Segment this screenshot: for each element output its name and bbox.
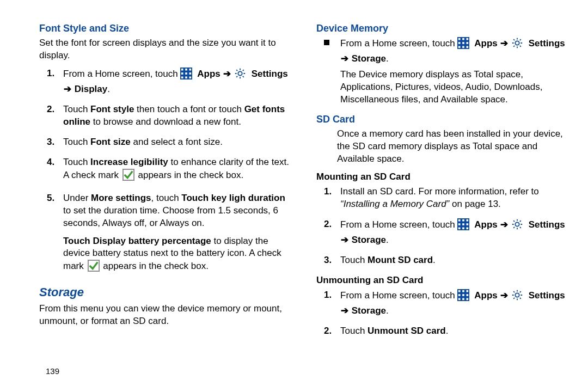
apps-icon — [180, 68, 192, 83]
mount-step-3: 3. Touch Mount SD card. — [340, 254, 572, 267]
settings-label: Settings — [529, 38, 565, 48]
step-1: 1. From a Home screen, touch Apps ➔ Sett… — [63, 68, 295, 96]
heading-device-memory: Device Memory — [316, 22, 572, 35]
gear-icon — [511, 37, 523, 53]
arrow-icon: ➔ — [340, 53, 349, 65]
text: From a Home screen, touch — [340, 38, 457, 48]
text: From a Home screen, touch — [63, 69, 180, 79]
mount-sd-label: Mount SD card — [367, 255, 433, 265]
heading-storage: Storage — [39, 284, 295, 301]
heading-unmounting: Unmounting an SD Card — [316, 274, 572, 287]
page-number: 139 — [46, 366, 59, 377]
step-3: 3. Touch Font size and select a font siz… — [63, 136, 295, 149]
text: on page 13. — [449, 199, 501, 209]
more-settings-label: More settings — [91, 193, 151, 203]
text: to set the duration time. Choose from 1.… — [63, 205, 278, 228]
device-memory-item: From a Home screen, touch Apps ➔ Setting… — [340, 37, 572, 106]
apps-icon — [457, 37, 469, 53]
left-column: Font Style and Size Set the font for scr… — [39, 20, 295, 345]
storage-intro: From this menu you can view the device m… — [39, 303, 295, 328]
text: Touch — [340, 326, 367, 336]
gear-icon — [511, 289, 523, 305]
arrow-icon: ➔ — [500, 290, 509, 302]
text: appears in the check box. — [103, 261, 209, 271]
arrow-icon: ➔ — [340, 305, 349, 317]
increase-legibility-label: Increase legibility — [90, 157, 168, 167]
step-2: 2. Touch Font style then touch a font or… — [63, 103, 295, 128]
text: Install an SD card. For more information… — [340, 186, 539, 197]
device-memory-list: From a Home screen, touch Apps ➔ Setting… — [316, 37, 572, 106]
arrow-icon: ➔ — [63, 83, 72, 96]
text: to browse and download a new font. — [90, 117, 241, 127]
sd-intro: Once a memory card has been installed in… — [316, 128, 572, 166]
font-intro: Set the font for screen displays and the… — [39, 37, 295, 62]
unmount-sd-label: Unmount SD card — [367, 326, 446, 336]
step-5: 5. Under More settings, touch Touch key … — [63, 192, 295, 276]
storage-label: Storage — [352, 53, 386, 64]
arrow-icon: ➔ — [340, 234, 349, 247]
settings-label: Settings — [529, 290, 565, 301]
unmount-step-1: 1. From a Home screen, touch Apps ➔ Sett… — [340, 289, 572, 317]
text: then touch a font or touch — [134, 104, 244, 114]
mount-step-1: 1. Install an SD card. For more informat… — [340, 186, 572, 211]
text: Touch — [63, 157, 90, 167]
right-column: Device Memory From a Home screen, touch … — [316, 20, 572, 345]
font-style-label: Font style — [90, 104, 134, 114]
apps-label: Apps — [474, 38, 498, 48]
mount-steps: 1. Install an SD card. For more informat… — [316, 186, 572, 267]
manual-page: Font Style and Size Set the font for scr… — [0, 0, 588, 345]
touch-key-label: Touch key ligh duration — [181, 193, 285, 203]
heading-mounting: Mounting an SD Card — [316, 171, 572, 183]
gear-icon — [511, 218, 523, 234]
battery-percentage-label: Touch Display battery percentage — [63, 236, 211, 246]
settings-label: Settings — [252, 69, 288, 79]
text: , touch — [151, 193, 182, 203]
text: From a Home screen, touch — [340, 219, 457, 230]
arrow-icon: ➔ — [500, 219, 509, 231]
apps-label: Apps — [474, 219, 498, 230]
text: Under — [63, 193, 91, 203]
storage-label: Storage — [352, 235, 386, 245]
step-4: 4. Touch Increase legibility to enhance … — [63, 156, 295, 185]
settings-label: Settings — [529, 219, 565, 230]
checkmark-icon — [88, 260, 100, 275]
font-size-label: Font size — [90, 137, 131, 147]
gear-icon — [234, 68, 246, 83]
font-steps: 1. From a Home screen, touch Apps ➔ Sett… — [39, 68, 295, 275]
heading-sd-card: SD Card — [316, 113, 572, 126]
heading-font-style-size: Font Style and Size — [39, 22, 295, 35]
xref: “Installing a Memory Card” — [340, 199, 449, 209]
text: Touch — [63, 104, 90, 114]
storage-label: Storage — [352, 305, 386, 316]
arrow-icon: ➔ — [223, 68, 231, 81]
text: From a Home screen, touch — [340, 290, 457, 301]
arrow-icon: ➔ — [500, 38, 509, 50]
square-bullet-icon — [324, 40, 329, 45]
unmount-steps: 1. From a Home screen, touch Apps ➔ Sett… — [316, 289, 572, 338]
text: appears in the check box. — [138, 170, 244, 180]
checkmark-icon — [122, 169, 134, 185]
mount-step-2: 2. From a Home screen, touch Apps ➔ Sett… — [340, 218, 572, 247]
text: and select a font size. — [131, 137, 223, 147]
apps-icon — [457, 218, 469, 234]
apps-label: Apps — [197, 69, 220, 79]
unmount-step-2: 2. Touch Unmount SD card. — [340, 325, 572, 338]
apps-label: Apps — [474, 290, 498, 301]
text: Touch — [63, 137, 90, 147]
device-memory-desc: The Device memory displays as Total spac… — [340, 69, 542, 105]
text: Touch — [340, 255, 367, 265]
apps-icon — [457, 289, 469, 305]
display-label: Display — [75, 84, 107, 94]
